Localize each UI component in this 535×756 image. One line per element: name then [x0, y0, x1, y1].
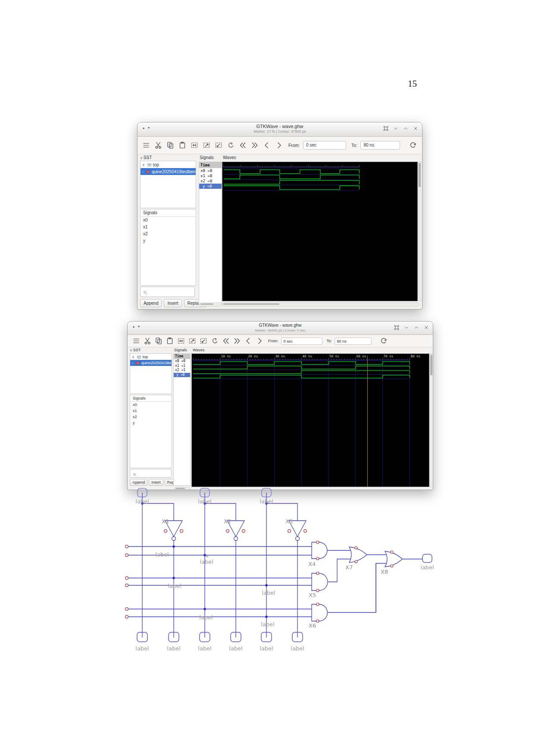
zoom-out-icon[interactable]	[202, 141, 211, 150]
signals-column-header: Signals	[174, 348, 187, 352]
to-label: To:	[327, 339, 332, 343]
step-forward-icon[interactable]	[275, 141, 283, 150]
signals-hscrollbar[interactable]	[199, 303, 222, 306]
skip-to-end-icon[interactable]	[233, 337, 241, 345]
signal-search-input[interactable]	[130, 469, 172, 478]
zoom-in-icon[interactable]	[199, 337, 208, 345]
signal-row-x2[interactable]: x2 =0	[199, 178, 222, 184]
document-page: 15 ▴▾ GTKWave - wave.ghw Marker: 17 fs |…	[0, 0, 535, 756]
signal-search-input[interactable]	[140, 287, 195, 297]
paste-icon[interactable]	[166, 337, 174, 345]
marker-cursor-status: Marker: 64400 ps | Cursor: 0 sec	[128, 328, 433, 333]
from-input[interactable]: 0 sec	[281, 337, 322, 345]
sst-signal-x2[interactable]: x2	[130, 414, 172, 420]
tree-item-top[interactable]: ∨ top	[130, 354, 172, 360]
bottom-port-4: label	[229, 632, 242, 652]
input-port-2: label	[198, 488, 211, 505]
titlebar[interactable]: ▴▾ GTKWave - wave.ghw Marker: 17 fs | Cu…	[138, 122, 422, 137]
signal-row-x2[interactable]: x2 =1	[174, 368, 190, 373]
paste-icon[interactable]	[178, 141, 187, 150]
minimize-icon[interactable]	[393, 125, 399, 131]
close-icon[interactable]	[413, 125, 419, 131]
reload-icon[interactable]	[409, 141, 417, 150]
svg-text:X6: X6	[309, 622, 316, 629]
svg-text:10 ns: 10 ns	[221, 354, 231, 358]
close-icon[interactable]	[423, 325, 429, 331]
svg-text:80 ns: 80 ns	[410, 354, 420, 358]
waves-header: Waves	[223, 155, 236, 160]
sst-header[interactable]: ∨SST	[130, 348, 141, 352]
svg-text:label: label	[167, 645, 180, 652]
sst-signal-x1[interactable]: x1	[141, 224, 196, 231]
sst-signal-y[interactable]: y	[141, 237, 196, 244]
zoom-in-icon[interactable]	[214, 141, 223, 150]
sst-header[interactable]: ∨SST	[140, 155, 152, 160]
svg-text:X2: X2	[224, 518, 231, 525]
minimize-icon[interactable]	[404, 325, 410, 331]
zoom-fit-icon[interactable]	[190, 141, 199, 150]
net-label: label	[168, 583, 181, 589]
append-button[interactable]: Append	[140, 299, 162, 307]
skip-to-end-icon[interactable]	[250, 141, 259, 150]
keep-above-icon[interactable]	[394, 325, 400, 331]
svg-text:X1: X1	[162, 518, 169, 525]
to-input[interactable]: 80 ns	[360, 141, 400, 150]
maximize-icon[interactable]	[403, 125, 409, 131]
menu-icon[interactable]	[132, 337, 141, 345]
wave-vscrollbar[interactable]	[418, 162, 422, 301]
wave-canvas[interactable]: 10 ns20 ns30 ns40 ns50 ns60 ns70 ns80 ns	[191, 353, 429, 487]
skip-to-start-icon[interactable]	[222, 337, 230, 345]
svg-text:label: label	[229, 645, 242, 652]
wave-hscrollbar[interactable]	[222, 303, 419, 306]
svg-text:label: label	[420, 564, 434, 571]
time-row[interactable]: Time	[199, 162, 222, 168]
signal-row-y[interactable]: y =0	[199, 184, 222, 189]
step-forward-icon[interactable]	[255, 337, 264, 345]
cut-icon[interactable]	[154, 141, 163, 150]
signal-row-y[interactable]: y =0	[174, 373, 190, 378]
bottom-port-5: label	[260, 632, 273, 652]
zoom-out-icon[interactable]	[188, 337, 197, 345]
tree-item-testbench[interactable]: › quine20250419testbench	[130, 360, 172, 366]
sst-signal-x2[interactable]: x2	[141, 231, 196, 237]
from-label: From:	[288, 143, 300, 148]
signal-row-x0[interactable]: x0 =0	[199, 168, 222, 173]
menu-icon[interactable]	[142, 141, 150, 150]
sst-signal-x0[interactable]: x0	[130, 402, 172, 408]
from-input[interactable]: 0 sec	[303, 141, 346, 150]
toolbar: From: 0 sec To: 80 ns	[128, 335, 433, 347]
time-row[interactable]: Time	[174, 354, 190, 359]
module-icon	[137, 355, 141, 359]
not-gate-x3: X3	[285, 518, 307, 540]
sst-signal-x1[interactable]: x1	[130, 408, 172, 414]
copy-icon[interactable]	[166, 141, 175, 150]
copy-icon[interactable]	[154, 337, 163, 345]
bottom-port-3: label	[198, 632, 211, 652]
reload-icon[interactable]	[379, 337, 388, 345]
sst-signal-x0[interactable]: x0	[141, 217, 196, 224]
signals-column-header: Signals	[200, 155, 214, 160]
tree-item-top[interactable]: ∨ top	[141, 161, 196, 168]
signal-row-x0[interactable]: x0 =0	[174, 359, 190, 364]
sst-signal-y[interactable]: y	[130, 420, 172, 426]
cut-icon[interactable]	[143, 337, 152, 345]
tree-item-testbench[interactable]: › quine20250419testbench	[141, 168, 196, 175]
insert-button[interactable]: Insert	[164, 299, 181, 307]
zoom-fit-icon[interactable]	[177, 337, 185, 345]
wave-vscrollbar[interactable]	[429, 353, 434, 487]
maximize-icon[interactable]	[413, 325, 419, 331]
signal-row-x1[interactable]: x1 =1	[174, 364, 190, 369]
wave-canvas[interactable]	[222, 162, 418, 301]
keep-above-icon[interactable]	[383, 125, 389, 131]
step-back-icon[interactable]	[244, 337, 253, 345]
skip-to-start-icon[interactable]	[238, 141, 247, 150]
titlebar[interactable]: ▴▾ GTKWave - wave.ghw Marker: 64400 ps |…	[128, 322, 433, 335]
undo-icon[interactable]	[210, 337, 219, 345]
logic-circuit-figure: label label label X1 X2 X3	[121, 478, 435, 653]
signal-row-x1[interactable]: x1 =0	[199, 173, 222, 178]
net-label: label	[155, 551, 169, 558]
signals-section-header: Signals	[130, 395, 172, 402]
undo-icon[interactable]	[226, 141, 235, 150]
step-back-icon[interactable]	[263, 141, 271, 150]
to-input[interactable]: 80 ns	[335, 337, 372, 345]
